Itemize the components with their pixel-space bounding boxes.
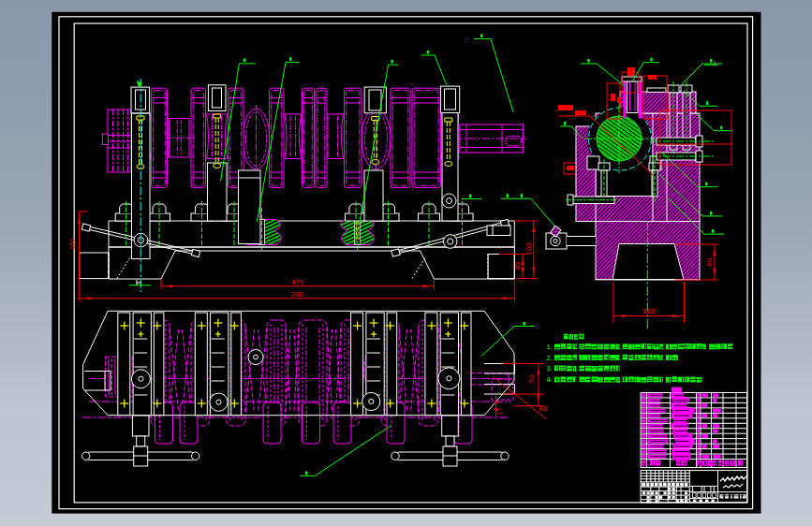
svg-text:60: 60 (705, 257, 714, 266)
svg-text:470: 470 (291, 278, 304, 286)
svg-text:180: 180 (642, 307, 656, 315)
svg-text:1.: 1. (547, 343, 553, 351)
svg-text:17: 17 (496, 408, 503, 416)
svg-text:R8: R8 (539, 405, 548, 412)
svg-text:4.: 4. (547, 375, 553, 384)
svg-text:40: 40 (513, 262, 522, 270)
svg-text:740: 740 (290, 290, 303, 299)
svg-text:50: 50 (528, 374, 537, 383)
svg-text:3.: 3. (547, 364, 553, 373)
svg-text:2.: 2. (547, 354, 553, 362)
svg-text:150: 150 (69, 239, 76, 250)
svg-text:100: 100 (524, 242, 533, 256)
